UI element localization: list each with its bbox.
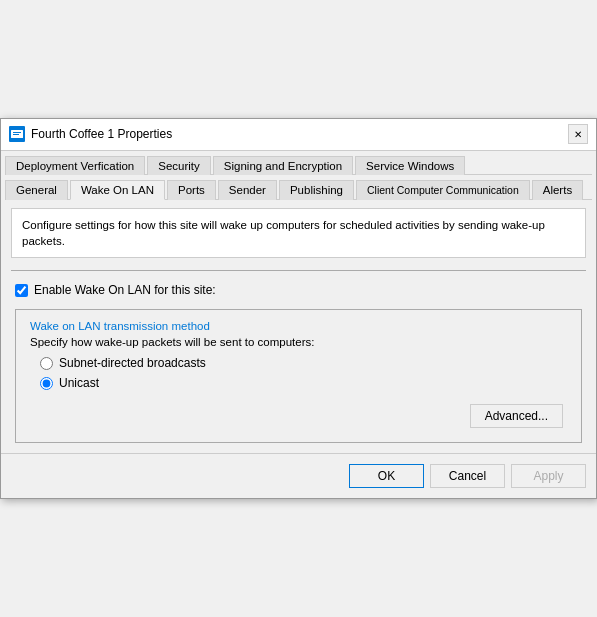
unicast-radio-row: Unicast bbox=[40, 376, 567, 390]
cancel-button[interactable]: Cancel bbox=[430, 464, 505, 488]
group-title: Wake on LAN transmission method bbox=[30, 320, 567, 332]
footer: OK Cancel Apply bbox=[1, 453, 596, 498]
svg-rect-2 bbox=[13, 132, 21, 133]
enable-wol-checkbox[interactable] bbox=[15, 284, 28, 297]
title-controls: ✕ bbox=[568, 124, 588, 144]
subnet-label: Subnet-directed broadcasts bbox=[59, 356, 206, 370]
tab-service-windows[interactable]: Service Windows bbox=[355, 156, 465, 175]
description-text: Configure settings for how this site wil… bbox=[22, 219, 545, 247]
svg-rect-3 bbox=[13, 134, 19, 135]
enable-wol-row: Enable Wake On LAN for this site: bbox=[15, 283, 586, 297]
close-button[interactable]: ✕ bbox=[568, 124, 588, 144]
tab-deployment[interactable]: Deployment Verfication bbox=[5, 156, 145, 175]
tab-row-2: General Wake On LAN Ports Sender Publish… bbox=[1, 175, 596, 199]
tab-publishing[interactable]: Publishing bbox=[279, 180, 354, 200]
ok-button[interactable]: OK bbox=[349, 464, 424, 488]
advanced-button[interactable]: Advanced... bbox=[470, 404, 563, 428]
tab-row-1: Deployment Verfication Security Signing … bbox=[1, 151, 596, 174]
tab-signing[interactable]: Signing and Encryption bbox=[213, 156, 353, 175]
content-area: Configure settings for how this site wil… bbox=[1, 200, 596, 453]
tab-general[interactable]: General bbox=[5, 180, 68, 200]
group-subtitle: Specify how wake-up packets will be sent… bbox=[30, 336, 567, 348]
description-box: Configure settings for how this site wil… bbox=[11, 208, 586, 258]
unicast-label: Unicast bbox=[59, 376, 99, 390]
apply-button[interactable]: Apply bbox=[511, 464, 586, 488]
tab-alerts[interactable]: Alerts bbox=[532, 180, 583, 200]
enable-wol-label: Enable Wake On LAN for this site: bbox=[34, 283, 216, 297]
tab-client-computer[interactable]: Client Computer Communication bbox=[356, 180, 530, 200]
window-title: Fourth Coffee 1 Properties bbox=[31, 127, 172, 141]
window-icon bbox=[9, 126, 25, 142]
subnet-radio-row: Subnet-directed broadcasts bbox=[40, 356, 567, 370]
transmission-group: Wake on LAN transmission method Specify … bbox=[15, 309, 582, 443]
tab-wake-on-lan[interactable]: Wake On LAN bbox=[70, 180, 165, 200]
tab-sender[interactable]: Sender bbox=[218, 180, 277, 200]
unicast-radio[interactable] bbox=[40, 377, 53, 390]
subnet-radio[interactable] bbox=[40, 357, 53, 370]
main-window: Fourth Coffee 1 Properties ✕ Deployment … bbox=[0, 118, 597, 499]
tab-security[interactable]: Security bbox=[147, 156, 211, 175]
section-divider bbox=[11, 270, 586, 271]
title-bar: Fourth Coffee 1 Properties ✕ bbox=[1, 119, 596, 151]
advanced-row: Advanced... bbox=[30, 404, 563, 428]
tab-ports[interactable]: Ports bbox=[167, 180, 216, 200]
title-bar-left: Fourth Coffee 1 Properties bbox=[9, 126, 172, 142]
